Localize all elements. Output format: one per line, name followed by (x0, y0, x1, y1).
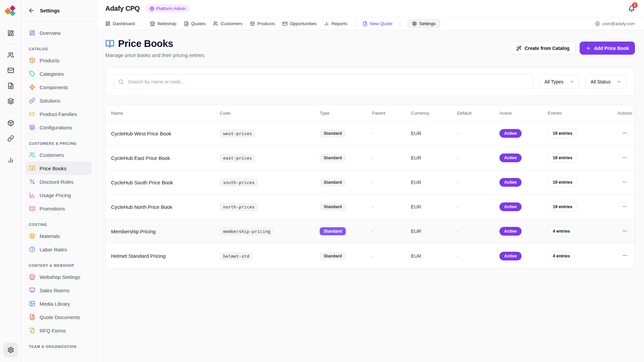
rail-customers-icon[interactable] (5, 49, 17, 61)
default-value: - (452, 253, 494, 259)
table-row[interactable]: Helmet Standard Pricing helmet-std Stand… (106, 244, 635, 268)
row-actions-button[interactable] (622, 130, 628, 137)
filter-bar: All Types All Status (105, 67, 635, 96)
rail-reports-icon[interactable] (5, 154, 17, 166)
package-icon (250, 21, 255, 26)
rail-mail-icon[interactable] (5, 64, 17, 76)
rail-link-icon[interactable] (5, 132, 17, 144)
tab-products[interactable]: Products (250, 21, 275, 26)
sidebar-item-discount-rules[interactable]: Discount Rules (25, 175, 92, 188)
tab-opportunities[interactable]: Opportunities (282, 21, 317, 26)
ticket-icon (29, 205, 35, 212)
sidebar-item-quote-documents[interactable]: Quote Documents (25, 310, 92, 324)
rail-products-icon[interactable] (5, 117, 17, 129)
row-actions-button[interactable] (622, 179, 628, 186)
grid-icon (29, 30, 35, 36)
column-header-currency: Currency (406, 111, 452, 116)
table-row[interactable]: CycleHub South Price Book south-prices S… (106, 170, 635, 195)
grid-icon (105, 21, 110, 26)
search-input[interactable] (114, 74, 533, 89)
tab-webshop[interactable]: Webshop (150, 21, 176, 26)
row-actions-button[interactable] (622, 252, 628, 259)
create-from-catalog-button[interactable]: Create from Catalog (510, 42, 576, 55)
sidebar-item-configurations[interactable]: Configurations (25, 121, 92, 134)
tab-reports[interactable]: Reports (324, 21, 347, 26)
more-horizontal-icon (622, 130, 628, 136)
entries-pill: 19 entries (548, 129, 577, 138)
rail-divider (6, 149, 15, 149)
default-value: - (452, 229, 494, 234)
default-value: - (452, 180, 494, 185)
gear-icon (412, 21, 417, 26)
tab-new-quote[interactable]: New Quote (363, 21, 393, 26)
sidebar-item-categories[interactable]: Categories (25, 67, 92, 80)
section-label-costing: COSTING (29, 223, 89, 227)
pricebook-name: CycleHub West Price Book (106, 131, 214, 136)
tab-dashboard[interactable]: Dashboard (105, 21, 135, 26)
rail-layers-icon[interactable] (5, 95, 17, 107)
sidebar-item-components[interactable]: Components (25, 80, 92, 94)
nav-divider (142, 21, 143, 26)
notifications-button[interactable]: 1 (628, 5, 635, 12)
currency-value: EUR (406, 229, 452, 234)
pricebook-code: west-prices (220, 129, 255, 138)
rail-dashboard-icon[interactable] (5, 27, 17, 39)
entries-pill: 19 entries (548, 178, 577, 187)
sidebar-item-labor-rates[interactable]: Labor Rates (25, 243, 92, 256)
plus-icon (586, 46, 591, 51)
add-price-book-button[interactable]: Add Price Book (580, 42, 635, 55)
sidebar-item-sales-rooms[interactable]: Sales Rooms (25, 284, 92, 297)
sidebar-item-solutions[interactable]: Solutions (25, 94, 92, 107)
column-header-entries: Entries (542, 111, 612, 116)
sidebar-item-rfq-forms[interactable]: RFQ Forms (25, 324, 92, 337)
sidebar-item-label: Quote Documents (40, 314, 80, 320)
table-row[interactable]: CycleHub North Price Book north-prices S… (106, 195, 635, 219)
sidebar-item-customers[interactable]: Customers (25, 148, 92, 162)
tab-customers[interactable]: Customers (213, 21, 242, 26)
parent-value: - (367, 253, 406, 259)
sidebar-item-overview[interactable]: Overview (25, 26, 92, 40)
row-actions-button[interactable] (622, 228, 628, 235)
sidebar-item-products[interactable]: Products (25, 54, 92, 67)
book-open-icon (105, 39, 114, 48)
sidebar-item-materials[interactable]: Materials (25, 229, 92, 243)
bar-chart-icon (324, 21, 329, 26)
sidebar-item-promotions[interactable]: Promotions (25, 202, 92, 215)
sidebar-item-label: Usage Pricing (40, 192, 71, 198)
currency-value: EUR (406, 155, 452, 161)
table-row[interactable]: CycleHub West Price Book west-prices Sta… (106, 121, 635, 146)
page-subtitle: Manage price books and their pricing ent… (105, 52, 204, 58)
tab-settings[interactable]: Settings (408, 19, 440, 28)
sidebar-item-product-families[interactable]: Product Families (25, 107, 92, 121)
type-filter-select[interactable]: All Types (539, 75, 580, 89)
tab-quotes[interactable]: Quotes (184, 21, 206, 26)
app-logo (5, 5, 16, 17)
file-input-icon (29, 327, 35, 334)
user-menu[interactable]: user@adafy.com (595, 21, 635, 26)
row-actions-button[interactable] (622, 155, 628, 162)
column-header-default: Default (452, 111, 494, 116)
sidebar-item-price-books[interactable]: Price Books (25, 162, 92, 175)
sidebar-item-webshop-settings[interactable]: Webshop Settings (25, 270, 92, 284)
sidebar-item-media-library[interactable]: Media Library (25, 297, 92, 310)
sidebar-item-label: Price Books (40, 166, 66, 171)
user-circle-icon (595, 21, 600, 26)
sidebar-item-label: Promotions (40, 206, 65, 212)
column-header-name: Name (106, 111, 214, 116)
sidebar-item-usage-pricing[interactable]: Usage Pricing (25, 188, 92, 202)
pricebook-code: membership-pricing (220, 227, 274, 236)
more-horizontal-icon (622, 179, 628, 185)
status-filter-select[interactable]: All Status (586, 75, 627, 89)
back-button[interactable] (28, 7, 35, 14)
column-header-active: Active (494, 111, 542, 116)
app-title: Adafy CPQ (105, 5, 140, 12)
type-badge: Standard (320, 129, 346, 137)
table-row[interactable]: Membership Pricing membership-pricing St… (106, 219, 635, 244)
column-header-code: Code (214, 111, 314, 116)
rail-quotes-icon[interactable] (5, 80, 17, 92)
rail-settings-gear-icon[interactable] (3, 343, 18, 357)
section-label-customers-pricing: CUSTOMERS & PRICING (29, 141, 89, 145)
row-actions-button[interactable] (622, 203, 628, 210)
table-row[interactable]: CycleHub East Price Book east-prices Sta… (106, 146, 635, 170)
main-area: Adafy CPQ Platform Admin 1 Dashboard Web… (96, 0, 644, 362)
